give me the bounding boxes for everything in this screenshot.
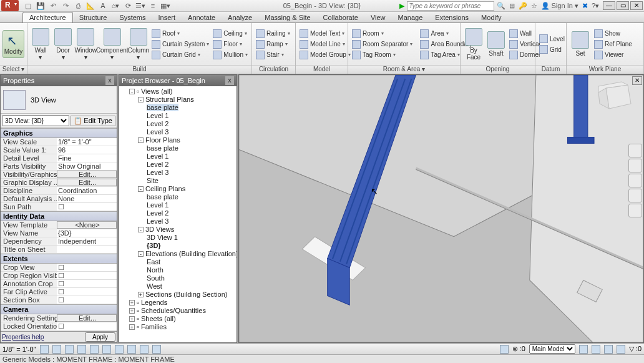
prop-value[interactable] [57,280,117,287]
by-face-button[interactable]: ByFace [463,27,484,62]
door-button[interactable]: Door▾ [52,27,74,62]
tree-node[interactable]: +▫ Families [120,323,235,331]
temp-hide-icon[interactable] [140,345,149,354]
crop-region-icon[interactable] [115,345,124,354]
minimize-button[interactable]: — [603,1,615,10]
reveal-icon[interactable] [152,345,161,354]
prop-value[interactable]: Edit... [57,314,117,322]
prop-value[interactable]: 96 [57,146,117,154]
tree-node[interactable]: -Ceiling Plans [120,185,235,193]
prop-row[interactable]: View Name{3D} [1,229,117,237]
tree-node[interactable]: Level 2 [120,120,235,128]
prop-row[interactable]: Title on Sheet [1,246,117,254]
worksets-dropdown[interactable]: Main Model [529,344,575,354]
tree-node[interactable]: 3D View 1 [120,234,235,242]
prop-value[interactable] [57,296,117,304]
close-hidden-icon[interactable]: ▦▾ [161,1,170,10]
tab-manage[interactable]: Manage [392,12,429,22]
tree-node[interactable]: +▫ Sheets (all) [120,315,235,323]
undo-icon[interactable]: ↶ [49,1,57,10]
zoom-icon[interactable] [628,174,642,187]
ramp-button[interactable]: Ramp [255,39,291,49]
visual-style-icon[interactable] [52,345,61,354]
property-grid[interactable]: GraphicsView Scale1/8" = 1'-0"Scale Valu… [1,128,117,331]
thin-lines-icon[interactable]: ≡ [149,1,157,10]
crop-icon[interactable] [102,345,111,354]
tab-insert[interactable]: Insert [152,12,182,22]
tab-collaborate[interactable]: Collaborate [317,12,364,22]
maximize-button[interactable]: ▭ [617,1,629,10]
print-icon[interactable]: ⎙ [74,1,82,10]
app-menu-button[interactable] [1,0,19,11]
tab-structure[interactable]: Structure [73,12,114,22]
prop-row[interactable]: DisciplineCoordination [1,187,117,195]
tree-node[interactable]: +▫ Legends [120,299,235,307]
prop-row[interactable]: Crop Region Visible [1,272,117,280]
model-group-button[interactable]: Model Group [298,50,352,60]
stair-button[interactable]: Stair [255,50,291,60]
tree-toggle-icon[interactable]: - [129,89,135,94]
worksets-status[interactable]: ⊚ :0 [512,345,525,353]
detail-level-icon[interactable] [40,345,49,354]
tab-extensions[interactable]: Extensions [429,12,475,22]
signin-button[interactable]: 👤 Sign In ▾ [541,2,578,10]
tree-toggle-icon[interactable]: + [138,292,144,297]
floor-button[interactable]: Floor [212,39,249,49]
panel-label-room[interactable]: Room & Area ▾ [348,65,460,74]
scale-display[interactable]: 1/8" = 1'-0" [2,346,36,353]
select-face-icon[interactable] [604,345,613,354]
viewport-close-button[interactable]: ✕ [632,76,642,85]
key-icon[interactable]: 🔑 [519,2,527,10]
prop-row[interactable]: Annotation Crop [1,280,117,288]
sun-path-icon[interactable] [65,345,74,354]
tree-node[interactable]: West [120,282,235,291]
prop-row[interactable]: Visibility/Graphics...Edit... [1,171,117,179]
prop-row[interactable]: View Scale1/8" = 1'-0" [1,138,117,146]
roof-button[interactable]: Roof [150,29,210,39]
tree-node[interactable]: Site [120,177,235,185]
browser-title-bar[interactable]: Project Browser - 05_Beginx [119,75,237,86]
prop-value[interactable]: Edit... [57,179,117,186]
select-links-icon[interactable] [500,345,509,354]
tree-toggle-icon[interactable]: + [129,300,135,306]
shaft-button[interactable]: Shaft [485,30,507,58]
prop-row[interactable]: Default Analysis ...None [1,195,117,203]
prop-value[interactable] [57,264,117,271]
ceiling-button[interactable]: Ceiling [212,29,249,39]
tree-toggle-icon[interactable]: - [138,97,144,102]
shadows-icon[interactable] [77,345,86,354]
prop-row[interactable]: Crop View [1,264,117,272]
set-workplane-button[interactable]: Set [569,30,592,58]
prop-value[interactable]: None [57,195,117,202]
prop-value[interactable]: Edit... [57,171,117,178]
prop-value[interactable]: {3D} [57,229,117,237]
tree-node[interactable]: Level 1 [120,201,235,209]
prop-row[interactable]: Parts VisibilityShow Original [1,162,117,171]
model-text-button[interactable]: Model Text [298,29,352,39]
column-button[interactable]: Column▾ [128,27,149,62]
tree-toggle-icon[interactable]: + [129,308,135,314]
level-button[interactable]: Level [538,34,566,44]
prop-value[interactable] [57,322,117,330]
tab-view[interactable]: View [364,12,392,22]
prop-value[interactable]: 1/8" = 1'-0" [57,138,117,146]
tree-toggle-icon[interactable]: + [129,316,135,322]
sync-icon[interactable]: ⟳ [124,1,132,10]
prop-value[interactable]: <None> [57,221,117,229]
filter-count[interactable]: ▽ :0 [629,345,642,353]
viewport-3d[interactable]: ✕ [238,74,644,343]
prop-value[interactable]: Coordination [57,187,117,194]
drag-icon[interactable] [617,345,625,354]
apply-button[interactable]: Apply [85,332,115,342]
lookat-icon[interactable] [628,204,642,217]
prop-category-graphics[interactable]: Graphics [1,128,117,138]
measure-icon[interactable]: 📐 [86,1,95,10]
tree-node[interactable]: Level 2 [120,161,235,169]
tree-node[interactable]: base plate [120,144,235,152]
tree-node[interactable]: Level 1 [120,152,235,161]
lock-icon[interactable] [127,345,136,354]
view-cube[interactable] [593,79,637,122]
prop-value[interactable] [57,288,117,296]
rendering-icon[interactable] [90,345,99,354]
prop-row[interactable]: Section Box [1,296,117,304]
